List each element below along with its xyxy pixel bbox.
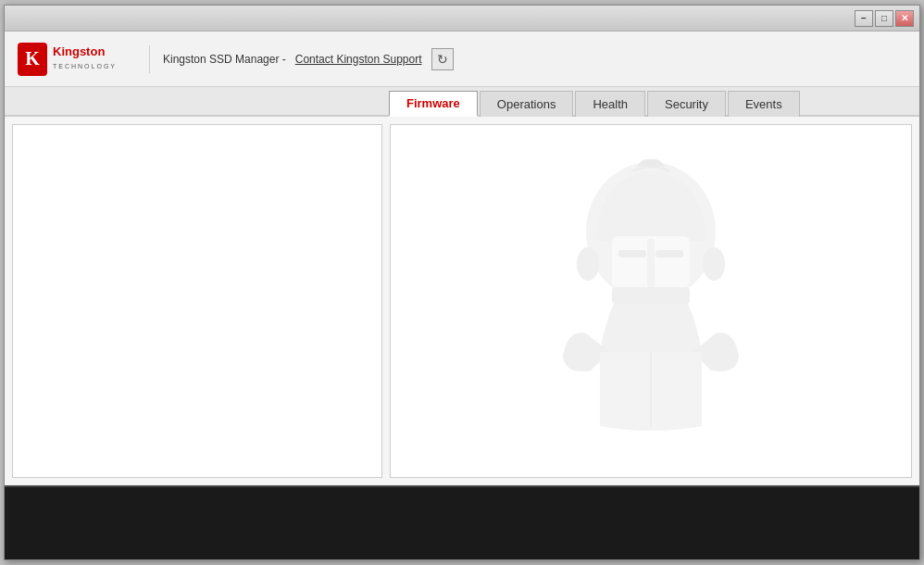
maximize-button[interactable]: □ — [875, 10, 893, 27]
tab-health-label: Health — [593, 97, 628, 111]
svg-rect-8 — [647, 239, 655, 287]
svg-rect-6 — [618, 250, 646, 257]
svg-text:Kingston: Kingston — [53, 44, 105, 58]
refresh-button[interactable]: ↻ — [431, 48, 454, 70]
tab-firmware-label: Firmware — [406, 96, 460, 110]
svg-rect-9 — [612, 287, 690, 304]
window-controls: − □ ✕ — [855, 10, 914, 27]
svg-text:TECHNOLOGY: TECHNOLOGY — [53, 63, 117, 69]
svg-text:K: K — [25, 48, 40, 69]
main-window: − □ ✕ K Kingston TECHNOLOGY Kingston SSD… — [4, 5, 920, 560]
knight-watermark — [531, 157, 771, 445]
main-content — [5, 117, 919, 485]
tab-operations-label: Operations — [497, 97, 556, 111]
app-title: Kingston SSD Manager - — [163, 53, 286, 66]
tab-firmware[interactable]: Firmware — [389, 91, 478, 117]
header-divider — [149, 45, 150, 73]
status-bar — [5, 485, 919, 559]
svg-rect-7 — [656, 250, 683, 257]
tab-events-label: Events — [745, 97, 782, 111]
svg-point-12 — [703, 247, 725, 281]
tab-health[interactable]: Health — [575, 91, 645, 117]
app-header: K Kingston TECHNOLOGY Kingston SSD Manag… — [5, 31, 919, 87]
kingston-logo: K Kingston TECHNOLOGY — [16, 39, 136, 80]
content-panel — [390, 124, 912, 478]
tab-operations[interactable]: Operations — [480, 91, 574, 117]
tab-bar: Firmware Operations Health Security Even… — [5, 87, 919, 117]
refresh-icon: ↻ — [437, 52, 448, 67]
tab-security[interactable]: Security — [647, 91, 726, 117]
minimize-button[interactable]: − — [855, 10, 873, 27]
svg-point-11 — [577, 247, 599, 281]
close-button[interactable]: ✕ — [895, 10, 914, 27]
contact-support-link[interactable]: Contact Kingston Support — [295, 53, 422, 66]
tab-security-label: Security — [665, 97, 708, 111]
device-list-panel — [12, 124, 382, 478]
tab-events[interactable]: Events — [728, 91, 800, 117]
title-bar: − □ ✕ — [5, 6, 919, 31]
